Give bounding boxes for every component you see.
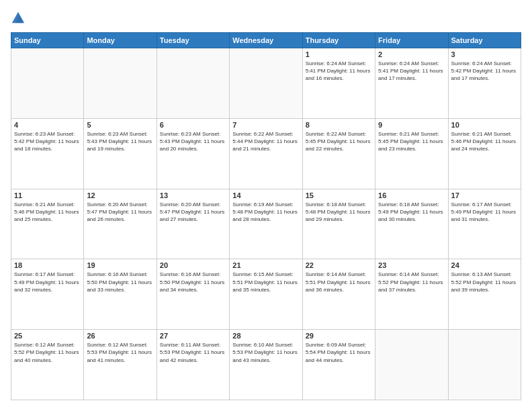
- col-monday: Monday: [84, 33, 157, 48]
- day-info: Sunrise: 6:19 AM Sunset: 5:48 PM Dayligh…: [232, 201, 299, 224]
- calendar-week-row: 4Sunrise: 6:23 AM Sunset: 5:42 PM Daylig…: [11, 118, 521, 189]
- day-number: 26: [87, 332, 153, 340]
- calendar-cell: 14Sunrise: 6:19 AM Sunset: 5:48 PM Dayli…: [230, 189, 302, 259]
- calendar-cell: 7Sunrise: 6:22 AM Sunset: 5:44 PM Daylig…: [230, 118, 302, 189]
- calendar-cell: 19Sunrise: 6:16 AM Sunset: 5:50 PM Dayli…: [84, 259, 157, 330]
- day-info: Sunrise: 6:22 AM Sunset: 5:45 PM Dayligh…: [306, 130, 372, 153]
- calendar-cell: 26Sunrise: 6:12 AM Sunset: 5:53 PM Dayli…: [84, 330, 157, 400]
- calendar-cell: 29Sunrise: 6:09 AM Sunset: 5:54 PM Dayli…: [302, 330, 375, 400]
- day-number: 5: [87, 121, 153, 129]
- calendar-cell: [448, 330, 521, 400]
- calendar-cell: 20Sunrise: 6:16 AM Sunset: 5:50 PM Dayli…: [157, 259, 229, 330]
- day-info: Sunrise: 6:14 AM Sunset: 5:51 PM Dayligh…: [306, 271, 372, 293]
- day-number: 9: [378, 121, 445, 129]
- day-number: 1: [306, 50, 372, 58]
- calendar-cell: [84, 48, 157, 119]
- day-info: Sunrise: 6:22 AM Sunset: 5:44 PM Dayligh…: [232, 130, 299, 153]
- calendar-header-row: Sunday Monday Tuesday Wednesday Thursday…: [11, 33, 521, 48]
- day-info: Sunrise: 6:21 AM Sunset: 5:45 PM Dayligh…: [378, 130, 445, 153]
- calendar-cell: 23Sunrise: 6:14 AM Sunset: 5:52 PM Dayli…: [375, 259, 448, 330]
- calendar-cell: 11Sunrise: 6:21 AM Sunset: 5:46 PM Dayli…: [11, 189, 84, 259]
- day-number: 12: [87, 191, 153, 199]
- calendar-cell: [230, 48, 302, 119]
- day-info: Sunrise: 6:10 AM Sunset: 5:53 PM Dayligh…: [232, 341, 299, 364]
- day-info: Sunrise: 6:23 AM Sunset: 5:42 PM Dayligh…: [14, 130, 81, 153]
- day-info: Sunrise: 6:12 AM Sunset: 5:52 PM Dayligh…: [14, 341, 81, 364]
- day-number: 25: [14, 332, 81, 340]
- day-number: 3: [451, 50, 518, 58]
- day-info: Sunrise: 6:16 AM Sunset: 5:50 PM Dayligh…: [160, 271, 226, 293]
- day-info: Sunrise: 6:20 AM Sunset: 5:47 PM Dayligh…: [160, 201, 226, 224]
- day-info: Sunrise: 6:24 AM Sunset: 5:41 PM Dayligh…: [378, 60, 445, 83]
- calendar-cell: 28Sunrise: 6:10 AM Sunset: 5:53 PM Dayli…: [230, 330, 302, 400]
- col-wednesday: Wednesday: [230, 33, 302, 48]
- calendar-cell: [157, 48, 229, 119]
- calendar-cell: [11, 48, 84, 119]
- day-info: Sunrise: 6:21 AM Sunset: 5:46 PM Dayligh…: [451, 130, 518, 153]
- calendar-cell: 9Sunrise: 6:21 AM Sunset: 5:45 PM Daylig…: [375, 118, 448, 189]
- day-info: Sunrise: 6:21 AM Sunset: 5:46 PM Dayligh…: [14, 201, 81, 224]
- calendar-week-row: 25Sunrise: 6:12 AM Sunset: 5:52 PM Dayli…: [11, 330, 521, 400]
- calendar-cell: 16Sunrise: 6:18 AM Sunset: 5:49 PM Dayli…: [375, 189, 448, 259]
- logo-icon: [11, 11, 26, 26]
- day-number: 16: [378, 191, 445, 199]
- day-info: Sunrise: 6:16 AM Sunset: 5:50 PM Dayligh…: [87, 271, 153, 293]
- day-info: Sunrise: 6:18 AM Sunset: 5:49 PM Dayligh…: [378, 201, 445, 224]
- calendar-cell: 24Sunrise: 6:13 AM Sunset: 5:52 PM Dayli…: [448, 259, 521, 330]
- day-number: 14: [232, 191, 299, 199]
- calendar-cell: 8Sunrise: 6:22 AM Sunset: 5:45 PM Daylig…: [302, 118, 375, 189]
- day-number: 29: [306, 332, 372, 340]
- day-info: Sunrise: 6:17 AM Sunset: 5:49 PM Dayligh…: [451, 201, 518, 224]
- day-info: Sunrise: 6:23 AM Sunset: 5:43 PM Dayligh…: [87, 130, 153, 153]
- calendar-cell: [375, 330, 448, 400]
- day-number: 13: [160, 191, 226, 199]
- calendar-cell: 10Sunrise: 6:21 AM Sunset: 5:46 PM Dayli…: [448, 118, 521, 189]
- day-number: 27: [160, 332, 226, 340]
- day-info: Sunrise: 6:15 AM Sunset: 5:51 PM Dayligh…: [232, 271, 299, 293]
- day-info: Sunrise: 6:18 AM Sunset: 5:48 PM Dayligh…: [306, 201, 372, 224]
- day-number: 7: [232, 121, 299, 129]
- day-number: 8: [306, 121, 372, 129]
- day-number: 21: [232, 261, 299, 269]
- day-info: Sunrise: 6:11 AM Sunset: 5:53 PM Dayligh…: [160, 341, 226, 364]
- day-info: Sunrise: 6:14 AM Sunset: 5:52 PM Dayligh…: [378, 271, 445, 293]
- day-number: 19: [87, 261, 153, 269]
- page: Sunday Monday Tuesday Wednesday Thursday…: [0, 0, 532, 411]
- calendar-cell: 22Sunrise: 6:14 AM Sunset: 5:51 PM Dayli…: [302, 259, 375, 330]
- calendar-cell: 2Sunrise: 6:24 AM Sunset: 5:41 PM Daylig…: [375, 48, 448, 119]
- calendar-cell: 27Sunrise: 6:11 AM Sunset: 5:53 PM Dayli…: [157, 330, 229, 400]
- calendar-cell: 3Sunrise: 6:24 AM Sunset: 5:42 PM Daylig…: [448, 48, 521, 119]
- header: [11, 11, 521, 26]
- calendar-cell: 18Sunrise: 6:17 AM Sunset: 5:49 PM Dayli…: [11, 259, 84, 330]
- day-info: Sunrise: 6:24 AM Sunset: 5:41 PM Dayligh…: [306, 60, 372, 83]
- logo-row: [11, 11, 26, 26]
- calendar-week-row: 1Sunrise: 6:24 AM Sunset: 5:41 PM Daylig…: [11, 48, 521, 119]
- day-number: 11: [14, 191, 81, 199]
- calendar-cell: 4Sunrise: 6:23 AM Sunset: 5:42 PM Daylig…: [11, 118, 84, 189]
- day-info: Sunrise: 6:20 AM Sunset: 5:47 PM Dayligh…: [87, 201, 153, 224]
- col-tuesday: Tuesday: [157, 33, 229, 48]
- day-number: 24: [451, 261, 518, 269]
- calendar-cell: 25Sunrise: 6:12 AM Sunset: 5:52 PM Dayli…: [11, 330, 84, 400]
- day-info: Sunrise: 6:13 AM Sunset: 5:52 PM Dayligh…: [451, 271, 518, 293]
- calendar-cell: 1Sunrise: 6:24 AM Sunset: 5:41 PM Daylig…: [302, 48, 375, 119]
- calendar-week-row: 18Sunrise: 6:17 AM Sunset: 5:49 PM Dayli…: [11, 259, 521, 330]
- calendar-cell: 12Sunrise: 6:20 AM Sunset: 5:47 PM Dayli…: [84, 189, 157, 259]
- day-info: Sunrise: 6:17 AM Sunset: 5:49 PM Dayligh…: [14, 271, 81, 293]
- day-number: 6: [160, 121, 226, 129]
- day-info: Sunrise: 6:12 AM Sunset: 5:53 PM Dayligh…: [87, 341, 153, 364]
- day-number: 20: [160, 261, 226, 269]
- day-number: 22: [306, 261, 372, 269]
- col-thursday: Thursday: [302, 33, 375, 48]
- day-info: Sunrise: 6:23 AM Sunset: 5:43 PM Dayligh…: [160, 130, 226, 153]
- calendar-cell: 13Sunrise: 6:20 AM Sunset: 5:47 PM Dayli…: [157, 189, 229, 259]
- day-number: 28: [232, 332, 299, 340]
- calendar-cell: 6Sunrise: 6:23 AM Sunset: 5:43 PM Daylig…: [157, 118, 229, 189]
- day-number: 15: [306, 191, 372, 199]
- col-saturday: Saturday: [448, 33, 521, 48]
- col-friday: Friday: [375, 33, 448, 48]
- day-number: 2: [378, 50, 445, 58]
- day-number: 17: [451, 191, 518, 199]
- day-number: 18: [14, 261, 81, 269]
- day-number: 4: [14, 121, 81, 129]
